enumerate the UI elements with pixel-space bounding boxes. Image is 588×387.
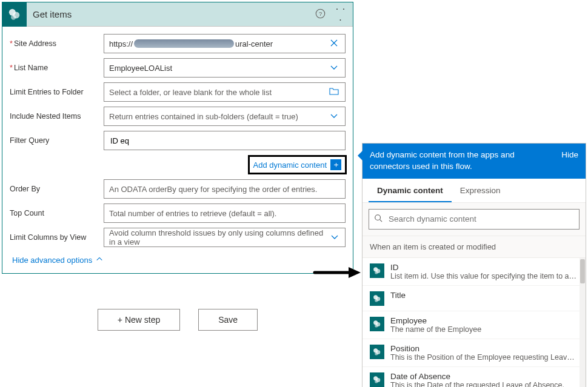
dynamic-search-input[interactable] [387, 214, 574, 224]
list-name-input[interactable]: EmployeeLOAList [104, 58, 346, 78]
sharepoint-icon [2, 2, 27, 27]
dynamic-tabs: Dynamic content Expression [362, 179, 586, 203]
tab-dynamic-content[interactable]: Dynamic content [369, 179, 452, 202]
order-by-label: Order By [10, 185, 104, 193]
filter-query-input[interactable] [104, 131, 346, 150]
dynamic-item-desc: List item id. Use this value for specify… [390, 272, 578, 280]
svg-point-2 [11, 15, 16, 19]
add-dynamic-row: Add dynamic content ＋ [10, 155, 346, 174]
filter-query-row: Filter Query [10, 131, 346, 150]
scrollbar[interactable] [580, 258, 586, 331]
help-icon[interactable]: ? [314, 8, 326, 21]
dynamic-search-wrap [362, 203, 586, 236]
dynamic-item-title: ID [390, 263, 578, 272]
site-address-label: *Site Address [10, 39, 104, 48]
sharepoint-icon [370, 317, 384, 331]
chevron-down-icon[interactable] [329, 233, 340, 243]
scrollbar-thumb[interactable] [580, 259, 585, 283]
search-icon [374, 214, 383, 224]
dynamic-item-desc: The name of the Employee [390, 325, 578, 331]
dynamic-item-text: EmployeeThe name of the Employee [390, 316, 578, 331]
action-row: + New step Save [2, 309, 353, 331]
dynamic-search[interactable] [369, 209, 580, 230]
order-by-row: Order By An ODATA orderBy query for spec… [10, 179, 346, 199]
sharepoint-icon [370, 263, 384, 278]
svg-line-8 [380, 220, 383, 222]
top-count-label: Top Count [10, 209, 104, 217]
top-count-row: Top Count Total number of entries to ret… [10, 203, 346, 223]
list-name-label: *List Name [10, 64, 104, 72]
limit-cols-row: Limit Columns by View Avoid column thres… [10, 228, 346, 247]
site-address-row: *Site Address https://ural-center [10, 34, 346, 53]
dynamic-item[interactable]: Title [362, 286, 586, 311]
clear-icon[interactable] [328, 39, 340, 49]
chevron-up-icon [96, 256, 103, 265]
svg-point-17 [375, 324, 378, 327]
hide-panel-link[interactable]: Hide [561, 150, 578, 161]
chevron-down-icon[interactable] [328, 63, 340, 73]
limit-folder-input[interactable]: Select a folder, or leave blank for the … [104, 82, 346, 102]
order-by-input[interactable]: An ODATA orderBy query for specifying th… [104, 179, 346, 199]
dynamic-content-panel: Add dynamic content from the apps and co… [362, 143, 586, 331]
limit-folder-row: Limit Entries to Folder Select a folder,… [10, 82, 346, 102]
top-count-input[interactable]: Total number of entries to retrieve (def… [104, 203, 346, 223]
plus-icon: ＋ [330, 159, 341, 170]
chevron-down-icon[interactable] [328, 111, 340, 122]
limit-folder-label: Limit Entries to Folder [10, 88, 104, 96]
arrow-annotation [312, 265, 361, 282]
filter-query-text[interactable] [109, 136, 340, 146]
card-header: Get items ? · · · [2, 2, 353, 27]
add-dynamic-content-button[interactable]: Add dynamic content ＋ [248, 155, 347, 174]
svg-point-11 [375, 271, 378, 274]
nested-label: Include Nested Items [10, 112, 104, 121]
tab-expression[interactable]: Expression [452, 179, 509, 202]
dynamic-item[interactable]: IDList item id. Use this value for speci… [362, 258, 586, 286]
card-body: *Site Address https://ural-center *List … [2, 27, 353, 273]
get-items-card: Get items ? · · · *Site Address https://… [2, 2, 353, 274]
new-step-button[interactable]: + New step [98, 309, 180, 331]
panel-pointer [358, 151, 362, 160]
dynamic-item-text: Title [390, 291, 578, 300]
site-address-input[interactable]: https://ural-center [104, 34, 346, 53]
dynamic-item-text: IDList item id. Use this value for speci… [390, 263, 578, 280]
limit-cols-label: Limit Columns by View [10, 233, 104, 242]
nested-row: Include Nested Items Return entries cont… [10, 107, 346, 126]
save-button[interactable]: Save [198, 309, 258, 331]
redacted-url [134, 39, 234, 48]
dynamic-group-header: When an item is created or modified [362, 236, 586, 258]
filter-query-label: Filter Query [10, 136, 104, 145]
limit-cols-input[interactable]: Avoid column threshold issues by only us… [104, 228, 346, 247]
folder-icon[interactable] [328, 87, 340, 98]
sharepoint-icon [370, 291, 384, 306]
svg-text:?: ? [318, 10, 321, 16]
svg-marker-6 [349, 267, 361, 278]
svg-point-7 [375, 215, 381, 220]
dynamic-item[interactable]: EmployeeThe name of the Employee [362, 311, 586, 331]
dynamic-panel-header-text: Add dynamic content from the apps and co… [370, 150, 561, 173]
nested-input[interactable]: Return entries contained in sub-folders … [104, 107, 346, 126]
hide-advanced-link[interactable]: Hide advanced options [10, 252, 346, 270]
dynamic-panel-header: Add dynamic content from the apps and co… [362, 144, 586, 179]
svg-point-14 [375, 299, 378, 302]
dynamic-item-list: IDList item id. Use this value for speci… [362, 258, 586, 331]
card-title: Get items [27, 9, 314, 19]
more-icon[interactable]: · · · [335, 4, 347, 25]
list-name-row: *List Name EmployeeLOAList [10, 58, 346, 78]
dynamic-item-title: Employee [390, 316, 578, 325]
dynamic-item-title: Title [390, 291, 578, 300]
